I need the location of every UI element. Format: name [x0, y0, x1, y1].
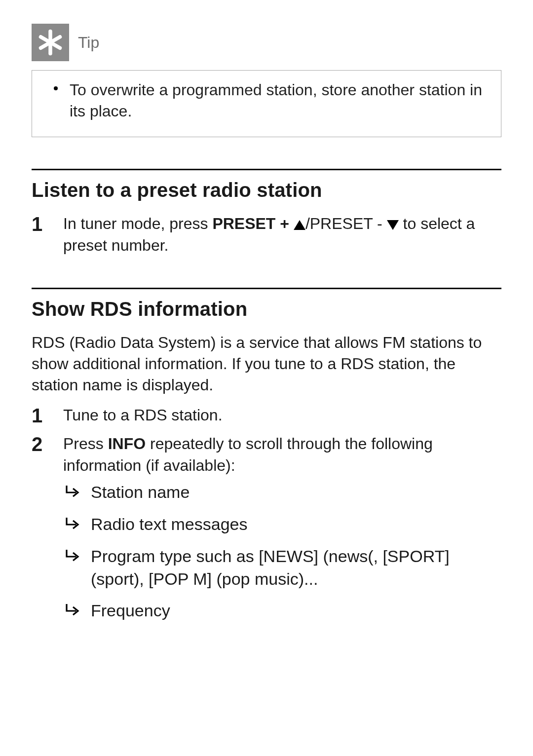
tip-icon — [32, 24, 69, 61]
step-bold: INFO — [108, 435, 146, 453]
result-item: Frequency — [63, 600, 501, 623]
arrow-right-icon — [65, 600, 82, 623]
step-number: 2 — [32, 433, 43, 632]
result-item: Station name — [63, 481, 501, 504]
arrow-right-icon — [65, 545, 82, 591]
result-list: Station name Radio text messages Program… — [63, 481, 501, 623]
step-number: 1 — [32, 405, 43, 426]
triangle-up-icon — [294, 220, 305, 230]
tip-label: Tip — [78, 34, 99, 52]
step-fragment: In tuner mode, press — [63, 215, 212, 232]
step-bold: PRESET + — [212, 215, 294, 232]
step-text: Tune to a RDS station. — [63, 405, 501, 426]
step-number: 1 — [32, 213, 43, 256]
section-rds-info: Show RDS information RDS (Radio Data Sys… — [32, 288, 501, 632]
arrow-right-icon — [65, 481, 82, 504]
section-intro: RDS (Radio Data System) is a service tha… — [32, 332, 501, 396]
step-row: 1 In tuner mode, press PRESET + /PRESET … — [32, 213, 501, 256]
step-fragment: /PRESET - — [305, 215, 387, 232]
tip-block: Tip To overwrite a programmed station, s… — [32, 24, 501, 137]
step-row: 1 Tune to a RDS station. — [32, 405, 501, 426]
section-listen-preset: Listen to a preset radio station 1 In tu… — [32, 169, 501, 256]
arrow-right-icon — [65, 513, 82, 536]
bullet-icon — [54, 86, 58, 90]
step-row: 2 Press INFO repeatedly to scroll throug… — [32, 433, 501, 632]
section-title: Show RDS information — [32, 298, 501, 320]
asterisk-icon — [36, 28, 65, 57]
result-text: Program type such as [NEWS] (news(, [SPO… — [91, 545, 501, 591]
result-item: Radio text messages — [63, 513, 501, 536]
result-item: Program type such as [NEWS] (news(, [SPO… — [63, 545, 501, 591]
result-text: Frequency — [91, 600, 501, 623]
tip-body: To overwrite a programmed station, store… — [32, 70, 501, 137]
tip-text: To overwrite a programmed station, store… — [70, 79, 484, 122]
section-title: Listen to a preset radio station — [32, 179, 501, 201]
triangle-down-icon — [387, 220, 399, 230]
document-page: Tip To overwrite a programmed station, s… — [0, 0, 533, 670]
tip-header: Tip — [32, 24, 501, 61]
result-text: Station name — [91, 481, 501, 504]
tip-bullet-item: To overwrite a programmed station, store… — [54, 79, 484, 122]
step-text: In tuner mode, press PRESET + /PRESET - … — [63, 213, 501, 256]
step-fragment: Press — [63, 435, 108, 453]
result-text: Radio text messages — [91, 513, 501, 536]
step-text: Press INFO repeatedly to scroll through … — [63, 433, 501, 632]
